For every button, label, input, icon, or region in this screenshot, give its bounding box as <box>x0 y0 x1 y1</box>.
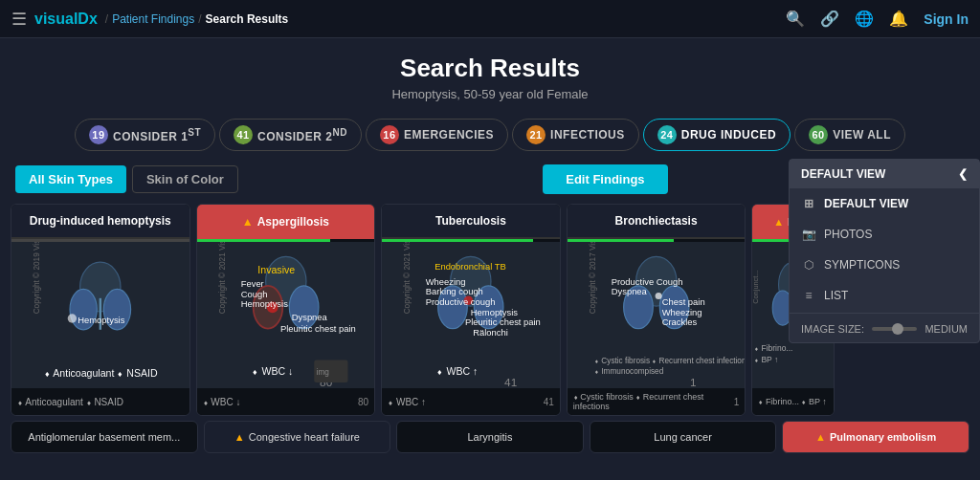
bottom-row: Antiglomerular basement mem... ▲ Congest… <box>0 420 980 454</box>
svg-text:img: img <box>316 368 329 377</box>
tab-viewall-badge: 60 <box>809 125 828 144</box>
svg-text:Wheezing: Wheezing <box>661 307 702 317</box>
header-icons: 🔍 🔗 🌐 🔔 Sign In <box>786 10 969 28</box>
card-aspergillosis-number: 80 <box>358 397 368 407</box>
logo: visualDx <box>34 11 98 28</box>
tab-view-all[interactable]: 60 VIEW ALL <box>794 119 905 151</box>
svg-point-5 <box>68 314 77 322</box>
breadcrumb: / Patient Findings / Search Results <box>105 12 288 26</box>
share-icon[interactable]: 🔗 <box>820 10 839 28</box>
svg-text:Wheezing: Wheezing <box>426 276 466 287</box>
svg-text:⬧ Fibrino...: ⬧ Fibrino... <box>754 343 792 353</box>
card-aspergillosis-body: Copyright © 2021 VisualDx Invasive Fever… <box>197 242 375 388</box>
search-icon[interactable]: 🔍 <box>786 10 805 28</box>
tab-consider1-label: CONSIDER 1st <box>113 127 201 143</box>
view-option-photos[interactable]: 📷 PHOTOS <box>790 219 979 250</box>
filter-row: All Skin Types Skin of Color Edit Findin… <box>0 159 980 200</box>
svg-text:Dyspnea: Dyspnea <box>612 286 648 296</box>
tab-consider2-badge: 41 <box>234 125 253 144</box>
view-option-default-label: DEFAULT VIEW <box>824 197 908 210</box>
image-size-slider[interactable] <box>872 327 917 331</box>
view-option-sympticons[interactable]: ⬡ SYMPTICONS <box>790 250 979 280</box>
edit-findings-button[interactable]: Edit Findings <box>543 164 667 194</box>
svg-text:Pleuritic chest pain: Pleuritic chest pain <box>465 316 541 327</box>
sign-in-link[interactable]: Sign In <box>924 11 969 27</box>
app-header: ☰ visualDx / Patient Findings / Search R… <box>0 0 980 38</box>
tab-infectious-label: INFECTIOUS <box>550 128 625 142</box>
svg-text:Hemoptysis: Hemoptysis <box>471 307 518 317</box>
svg-text:Fever: Fever <box>240 278 263 289</box>
svg-point-41 <box>655 293 661 299</box>
svg-text:Endobronchial TB: Endobronchial TB <box>434 261 506 272</box>
photos-icon: 📷 <box>801 227 816 242</box>
tab-viewall-label: VIEW ALL <box>833 128 891 142</box>
view-option-sympticons-label: SYMPTICONS <box>824 258 900 272</box>
card-tuberculosis-number: 41 <box>544 397 554 407</box>
tab-emergencies[interactable]: 16 EMERGENCIES <box>366 119 508 151</box>
tab-consider2-label: CONSIDER 2nd <box>257 127 347 143</box>
logo-text: visualDx <box>34 11 98 28</box>
view-option-list-label: LIST <box>824 289 848 302</box>
tab-emergencies-badge: 16 <box>380 125 399 144</box>
svg-text:Productive Cough: Productive Cough <box>612 276 683 287</box>
skin-type-filters: All Skin Types Skin of Color <box>15 165 238 193</box>
image-size-row: IMAGE SIZE: MEDIUM <box>790 316 979 342</box>
card-tuberculosis[interactable]: Tuberculosis Copyright © 2021 VisualDx E… <box>381 204 561 416</box>
svg-text:⬧ WBC ↑: ⬧ WBC ↑ <box>437 365 479 377</box>
chevron-left-icon: ❮ <box>958 167 968 181</box>
breadcrumb-patient-findings[interactable]: Patient Findings <box>112 12 194 26</box>
svg-text:Chest pain: Chest pain <box>661 296 704 307</box>
card-drug-hemoptysis-body: Copyright © 2019 VisualDx Hemoptysis ⬧ A… <box>11 242 189 388</box>
breadcrumb-search-results: Search Results <box>206 12 289 26</box>
tab-consider1[interactable]: 19 CONSIDER 1st <box>75 119 215 151</box>
tab-consider2[interactable]: 41 CONSIDER 2nd <box>219 119 362 151</box>
bottom-card-congestive[interactable]: ▲ Congestive heart failure <box>204 421 391 453</box>
bottom-card-lung-cancer[interactable]: Lung cancer <box>590 421 777 453</box>
card-bronchiectasis[interactable]: Bronchiectasis Copyright © 2017 VisualDx… <box>567 204 746 416</box>
card-dis-footer: ⬧ Fibrino... ⬧ BP ↑ <box>752 388 834 415</box>
view-option-default[interactable]: ⊞ DEFAULT VIEW <box>790 188 979 219</box>
card-aspergillosis-title: ▲ Aspergillosis <box>197 205 375 239</box>
svg-text:Copyright © 2021 VisualDx: Copyright © 2021 VisualDx <box>218 242 227 314</box>
svg-text:Hemoptysis: Hemoptysis <box>78 315 124 325</box>
card-tuberculosis-body: Copyright © 2021 VisualDx Endobronchial … <box>382 242 560 388</box>
view-dropdown-header[interactable]: DEFAULT VIEW ❮ <box>790 160 979 188</box>
svg-text:1: 1 <box>690 376 697 388</box>
warning-triangle-congestive: ▲ <box>234 431 245 443</box>
svg-text:41: 41 <box>504 376 517 388</box>
view-dropdown: DEFAULT VIEW ❮ ⊞ DEFAULT VIEW 📷 PHOTOS ⬡… <box>789 159 980 343</box>
svg-text:Barking cough: Barking cough <box>426 286 483 296</box>
list-icon: ≡ <box>801 288 816 303</box>
skin-of-color-button[interactable]: Skin of Color <box>132 165 238 193</box>
card-drug-hemoptysis-tags: ⬧ Anticoagulant ⬧ NSAID <box>17 397 123 407</box>
card-drug-hemoptysis[interactable]: Drug-induced hemoptysis Copyright © 2019… <box>11 204 190 416</box>
card-drug-hemoptysis-footer: ⬧ Anticoagulant ⬧ NSAID <box>11 388 189 415</box>
all-skin-types-button[interactable]: All Skin Types <box>15 165 126 193</box>
card-aspergillosis[interactable]: ▲ Aspergillosis Copyright © 2021 VisualD… <box>196 204 376 416</box>
sympticons-icon: ⬡ <box>801 257 816 273</box>
bottom-card-laryngitis[interactable]: Laryngitis <box>396 421 584 453</box>
bottom-card-antiglomerular[interactable]: Antiglomerular basement mem... <box>11 421 198 453</box>
view-option-list[interactable]: ≡ LIST <box>790 280 979 311</box>
svg-text:Conjunct...: Conjunct... <box>752 270 760 303</box>
card-bronchiectasis-footer: ⬧ Cystic fibrosis ⬧ Recurrent chest infe… <box>568 388 746 415</box>
bell-icon[interactable]: 🔔 <box>889 10 908 28</box>
tab-drug-label: DRUG INDUCED <box>681 128 776 142</box>
card-aspergillosis-footer: ⬧ WBC ↓ 80 <box>197 388 375 415</box>
globe-icon[interactable]: 🌐 <box>855 10 874 28</box>
tab-infectious-badge: 21 <box>526 125 546 144</box>
page-title-section: Search Results Hemoptysis, 50-59 year ol… <box>0 38 980 109</box>
svg-text:Copyright © 2021 VisualDx: Copyright © 2021 VisualDx <box>403 242 412 314</box>
svg-text:Productive cough: Productive cough <box>426 296 496 307</box>
bottom-card-pulmonary-embolism[interactable]: ▲ Pulmonary embolism <box>782 421 969 453</box>
svg-text:⬧ BP ↑: ⬧ BP ↑ <box>754 355 778 364</box>
svg-text:⬧ Immunocompised: ⬧ Immunocompised <box>594 367 664 376</box>
svg-text:Cough: Cough <box>240 289 267 299</box>
menu-icon[interactable]: ☰ <box>11 9 27 30</box>
card-tuberculosis-footer: ⬧ WBC ↑ 41 <box>382 388 560 415</box>
tab-infectious[interactable]: 21 INFECTIOUS <box>512 119 639 151</box>
svg-text:Copyright © 2019 VisualDx: Copyright © 2019 VisualDx <box>33 242 41 314</box>
tab-drug-induced[interactable]: 24 DRUG INDUCED <box>643 119 791 151</box>
card-bronchiectasis-body: Copyright © 2017 VisualDx Productive Cou… <box>568 242 746 388</box>
svg-text:⬧ WBC ↓: ⬧ WBC ↓ <box>252 365 293 377</box>
